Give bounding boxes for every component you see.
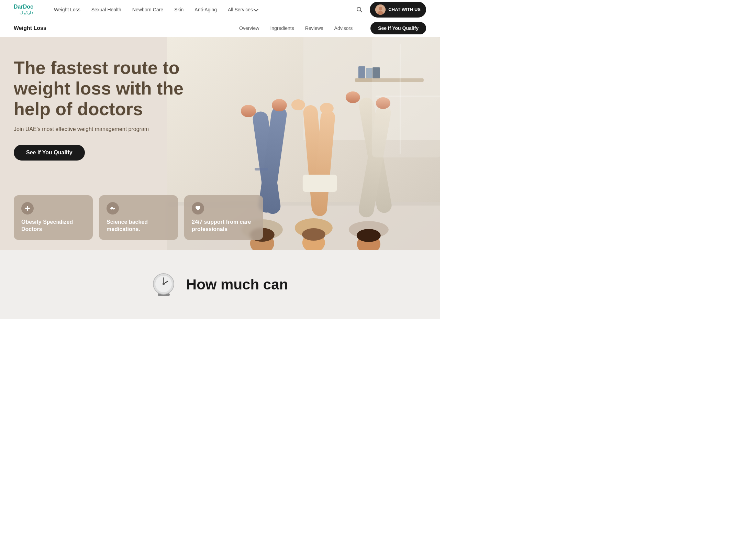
nav-right-actions: CHAT WITH US (353, 2, 426, 18)
scale-icon (153, 271, 175, 298)
nav-skin[interactable]: Skin (174, 7, 184, 12)
svg-rect-38 (376, 96, 440, 97)
card-1-text: Obesity Specialized Doctors (21, 219, 85, 233)
section-title: Weight Loss (14, 25, 46, 31)
svg-rect-36 (372, 37, 440, 157)
logo-name-arabic: دارڈوک (14, 10, 33, 15)
sec-nav-reviews[interactable]: Reviews (305, 25, 323, 31)
scale-illustration (152, 271, 176, 298)
search-button[interactable] (353, 3, 366, 16)
svg-rect-24 (303, 175, 337, 192)
top-navigation: DarDoc دارڈوک Weight Loss Sexual Health … (0, 0, 440, 19)
svg-rect-9 (366, 68, 372, 78)
chat-button[interactable]: CHAT WITH US (370, 2, 426, 18)
hero-section: The fastest route to weight loss with th… (0, 37, 440, 250)
feature-card-3: 24/7 support from care professionals (184, 195, 263, 240)
search-icon (356, 6, 363, 13)
sec-nav-overview[interactable]: Overview (239, 25, 259, 31)
svg-point-3 (379, 7, 382, 10)
card-2-text: Science backed medications. (107, 219, 170, 233)
logo-name-top: DarDoc (14, 4, 33, 10)
avatar (375, 4, 386, 15)
svg-rect-8 (358, 66, 365, 78)
svg-rect-40 (25, 208, 30, 209)
svg-point-33 (302, 228, 325, 241)
bottom-section: How much can (0, 250, 440, 319)
nav-weight-loss[interactable]: Weight Loss (54, 7, 80, 12)
chevron-down-icon (254, 7, 258, 11)
svg-point-23 (320, 103, 334, 114)
secondary-nav-links: Overview Ingredients Reviews Advisors Se… (239, 22, 426, 34)
sec-nav-ingredients[interactable]: Ingredients (270, 25, 294, 31)
heart-icon (192, 202, 204, 214)
card-3-text: 24/7 support from care professionals (192, 219, 256, 233)
medical-cross-icon (21, 202, 34, 214)
feature-cards-container: Obesity Specialized Doctors Science back… (14, 195, 263, 240)
nav-sexual-health[interactable]: Sexual Health (91, 7, 121, 12)
main-nav-links: Weight Loss Sexual Health Newborn Care S… (54, 7, 353, 12)
svg-point-22 (291, 99, 305, 110)
hero-heading: The fastest route to weight loss with th… (14, 58, 220, 119)
pill-icon (107, 202, 119, 214)
feature-card-1: Obesity Specialized Doctors (14, 195, 93, 240)
sec-nav-advisors[interactable]: Advisors (334, 25, 353, 31)
svg-point-50 (163, 283, 165, 285)
svg-point-17 (272, 99, 287, 111)
bottom-heading: How much can (186, 276, 288, 293)
hero-content: The fastest route to weight loss with th… (0, 37, 273, 178)
nav-all-services[interactable]: All Services (228, 7, 258, 12)
hero-subtext: Join UAE's most effective weight managem… (14, 126, 259, 132)
secondary-qualify-button[interactable]: See if You Qualify (370, 22, 426, 34)
svg-line-1 (360, 10, 362, 12)
svg-point-28 (346, 91, 360, 103)
hero-cta-button[interactable]: See if You Qualify (14, 145, 85, 161)
svg-point-35 (357, 229, 381, 242)
nav-anti-aging[interactable]: Anti-Aging (194, 7, 217, 12)
logo[interactable]: DarDoc دارڈوک (14, 4, 33, 15)
feature-card-2: Science backed medications. (99, 195, 178, 240)
nav-newborn-care[interactable]: Newborn Care (132, 7, 163, 12)
secondary-navigation: Weight Loss Overview Ingredients Reviews… (0, 19, 440, 37)
svg-rect-37 (400, 44, 401, 154)
